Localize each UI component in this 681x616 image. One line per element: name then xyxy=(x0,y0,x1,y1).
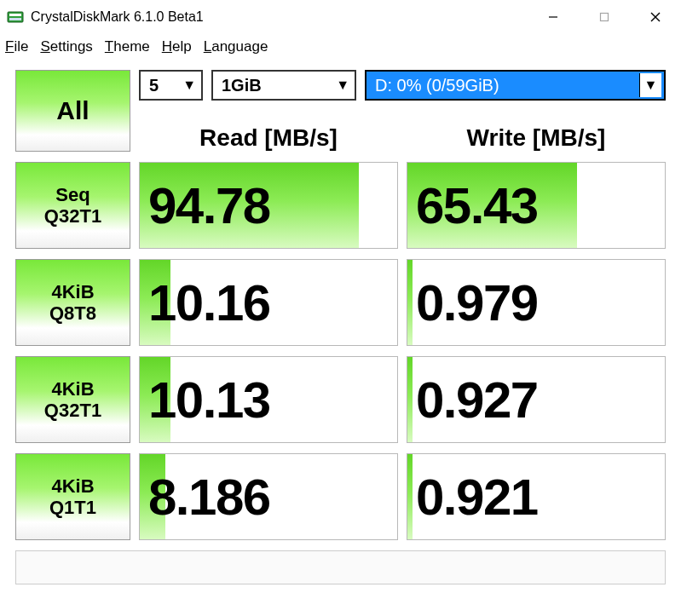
menu-help[interactable]: Help xyxy=(162,38,192,55)
read-value-box: 8.186 xyxy=(139,453,398,540)
menu-settings[interactable]: Settings xyxy=(40,38,92,55)
write-header: Write [MB/s] xyxy=(407,114,666,155)
test-button-4kib-q32t1[interactable]: 4KiBQ32T1 xyxy=(15,356,130,443)
maximize-button[interactable] xyxy=(579,0,630,34)
close-button[interactable] xyxy=(630,0,681,34)
svg-rect-2 xyxy=(9,18,21,20)
menubar: File Settings Theme Help Language xyxy=(0,34,681,60)
app-icon xyxy=(7,9,24,26)
bench-row: 4KiBQ8T810.160.979 xyxy=(15,259,666,346)
menu-file[interactable]: File xyxy=(5,38,28,55)
write-value: 0.927 xyxy=(407,357,665,442)
read-header: Read [MB/s] xyxy=(139,114,398,155)
test-button-4kib-q1t1[interactable]: 4KiBQ1T1 xyxy=(15,453,130,540)
write-value-box: 0.927 xyxy=(407,356,666,443)
runs-select[interactable]: 5 ▼ xyxy=(139,70,203,101)
test-label-line2: Q32T1 xyxy=(44,205,101,227)
bench-row: 4KiBQ32T110.130.927 xyxy=(15,356,666,443)
write-value-box: 0.921 xyxy=(407,453,666,540)
titlebar: CrystalDiskMark 6.1.0 Beta1 xyxy=(0,0,681,34)
status-bar xyxy=(15,550,666,584)
size-value: 1GiB xyxy=(222,76,262,95)
svg-rect-4 xyxy=(601,14,609,21)
read-value: 8.186 xyxy=(140,454,397,539)
test-button-4kib-q8t8[interactable]: 4KiBQ8T8 xyxy=(15,259,130,346)
read-value-box: 10.13 xyxy=(139,356,398,443)
window-title: CrystalDiskMark 6.1.0 Beta1 xyxy=(31,9,528,25)
read-value: 94.78 xyxy=(140,163,397,248)
read-value: 10.16 xyxy=(140,260,397,345)
test-button-seq-q32t1[interactable]: SeqQ32T1 xyxy=(15,162,130,249)
bench-row: SeqQ32T194.7865.43 xyxy=(15,162,666,249)
test-label-line1: 4KiB xyxy=(51,281,94,302)
test-label-line1: 4KiB xyxy=(51,378,94,400)
svg-rect-0 xyxy=(8,12,23,22)
test-label-line1: Seq xyxy=(55,184,89,205)
size-select[interactable]: 1GiB ▼ xyxy=(211,70,356,101)
svg-rect-1 xyxy=(9,14,21,16)
bench-row: 4KiBQ1T18.1860.921 xyxy=(15,453,666,540)
test-label-line1: 4KiB xyxy=(51,475,94,497)
write-value-box: 0.979 xyxy=(407,259,666,346)
chevron-down-icon: ▼ xyxy=(182,78,196,93)
chevron-down-icon: ▼ xyxy=(639,73,661,97)
drive-value: D: 0% (0/59GiB) xyxy=(375,76,499,95)
write-value: 65.43 xyxy=(407,163,665,248)
write-value-box: 65.43 xyxy=(407,162,666,249)
chevron-down-icon: ▼ xyxy=(336,78,349,93)
read-value-box: 94.78 xyxy=(139,162,398,249)
window-controls xyxy=(528,0,681,34)
menu-theme[interactable]: Theme xyxy=(105,38,150,55)
read-value: 10.13 xyxy=(140,357,397,442)
write-value: 0.921 xyxy=(407,454,665,539)
menu-language[interactable]: Language xyxy=(204,38,268,55)
runs-value: 5 xyxy=(149,76,159,95)
test-label-line2: Q32T1 xyxy=(44,400,101,421)
minimize-button[interactable] xyxy=(528,0,579,34)
read-value-box: 10.16 xyxy=(139,259,398,346)
drive-select[interactable]: D: 0% (0/59GiB) ▼ xyxy=(365,70,666,101)
write-value: 0.979 xyxy=(407,260,665,345)
test-label-line2: Q8T8 xyxy=(49,302,96,324)
test-label-line2: Q1T1 xyxy=(49,497,96,518)
